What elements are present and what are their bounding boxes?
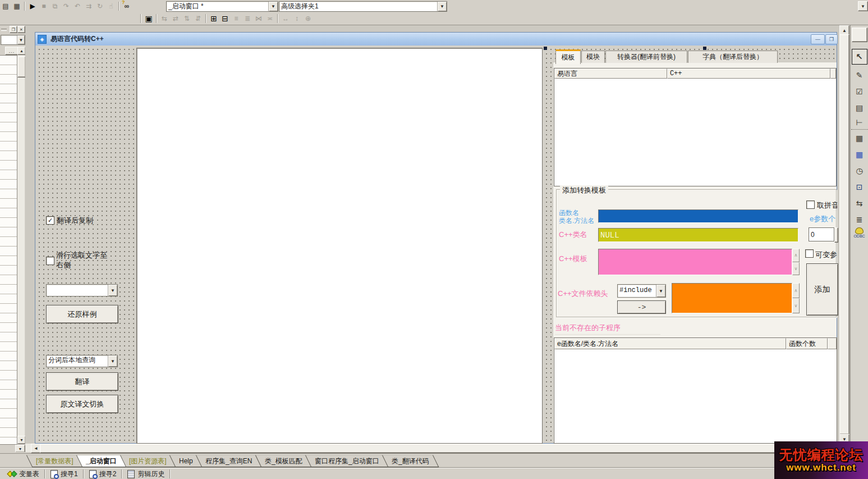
dock-search-2[interactable]: 搜寻2 bbox=[84, 469, 122, 479]
debug-restart-icon[interactable]: ⧉ bbox=[49, 1, 61, 11]
window-maximize-button[interactable]: ❐ bbox=[825, 34, 838, 44]
center-horizontal-icon[interactable]: ⊞ bbox=[208, 13, 219, 24]
dependency-scrollbar[interactable]: ∧ ∨ bbox=[792, 283, 800, 313]
center-vertical-icon[interactable]: ⊟ bbox=[219, 13, 231, 24]
chevron-down-icon[interactable]: ▼ bbox=[108, 285, 117, 296]
step-into-icon[interactable]: ↶ bbox=[72, 1, 83, 11]
result-col-name[interactable]: e函数名/类名.方法名 bbox=[554, 338, 786, 349]
window-minimize-button[interactable]: — bbox=[811, 34, 825, 44]
same-height-icon[interactable]: ≣ bbox=[242, 13, 253, 24]
run-to-cursor-icon[interactable]: ↻ bbox=[94, 1, 105, 11]
tab-template-match[interactable]: 类_模板匹配 bbox=[255, 455, 311, 467]
scroll-down-icon[interactable]: ∨ bbox=[792, 262, 800, 276]
tab-window-program[interactable]: 窗口程序集_启动窗口 bbox=[305, 455, 388, 467]
panel-restore-button[interactable]: ❐ bbox=[10, 26, 17, 33]
tab-image-resource[interactable]: [图片资源表] bbox=[120, 455, 176, 467]
toggle-source-button[interactable]: 原文译文切换 bbox=[46, 395, 118, 413]
stretch-both-icon[interactable]: ⊕ bbox=[302, 13, 314, 24]
hscroll-thumb[interactable] bbox=[40, 444, 832, 453]
stop-button[interactable]: ■ bbox=[38, 1, 49, 11]
control-selector-combo[interactable]: 高级选择夹1 ▼ bbox=[279, 1, 447, 12]
tab-translate-code[interactable]: 类_翻译代码 bbox=[382, 455, 438, 467]
restore-sample-button[interactable]: 还原样例 bbox=[46, 305, 118, 323]
align-right-icon[interactable]: ⇄ bbox=[170, 13, 181, 24]
varparam-checkbox[interactable] bbox=[805, 249, 814, 258]
result-col-count[interactable]: 函数个数 bbox=[786, 338, 828, 349]
param-count-input[interactable]: 0 bbox=[809, 227, 834, 241]
workspace-icon[interactable]: ▦ bbox=[11, 1, 22, 11]
selection-handle[interactable] bbox=[703, 47, 706, 50]
docs-tool-icon[interactable]: ≣ bbox=[851, 211, 868, 227]
checkbox-tool-icon[interactable]: ☑ bbox=[851, 83, 868, 99]
property-scroll-down[interactable]: ▼ bbox=[17, 436, 26, 444]
scroll-up-icon[interactable]: ∧ bbox=[792, 249, 800, 262]
tab-template[interactable]: 模板 bbox=[555, 49, 581, 64]
align-top-icon[interactable]: ⇅ bbox=[181, 13, 192, 24]
property-grid[interactable] bbox=[0, 55, 17, 445]
template-pair-list[interactable]: 易语言 C++ bbox=[554, 68, 837, 186]
find-icon[interactable]: ∞ ? bbox=[121, 1, 132, 11]
properties-caption[interactable]: ❐ ✕ bbox=[0, 25, 25, 33]
chevron-down-icon[interactable]: ▼ bbox=[437, 2, 447, 11]
tab-dictionary[interactable]: 字典（翻译后替换） bbox=[688, 51, 778, 63]
pause-hand-icon[interactable]: ☝ bbox=[105, 1, 117, 11]
same-width-icon[interactable]: ≡ bbox=[231, 13, 242, 24]
property-more-button[interactable]: ... bbox=[5, 47, 19, 55]
toolbar-overflow-button[interactable]: ▼ bbox=[858, 1, 868, 11]
cpp-template-scrollbar[interactable]: ∧ ∨ bbox=[792, 249, 800, 275]
column-header-elang[interactable]: 易语言 bbox=[554, 69, 667, 79]
cpp-template-area[interactable] bbox=[598, 249, 792, 275]
source-editbox[interactable] bbox=[136, 48, 543, 444]
panel-close-button[interactable]: ✕ bbox=[17, 26, 25, 33]
dock-clip-history[interactable]: 剪辑历史 bbox=[122, 469, 169, 479]
slide-select-checkbox[interactable] bbox=[46, 257, 54, 265]
query-mode-combo[interactable]: 分词后本地查询 ▼ bbox=[46, 355, 118, 367]
align-bottom-icon[interactable]: ⇵ bbox=[192, 13, 204, 24]
dock-search-1[interactable]: 搜寻1 bbox=[45, 469, 83, 479]
pointer-tool-icon[interactable]: ↖ bbox=[852, 49, 867, 65]
property-object-combo[interactable]: ▼ bbox=[1, 35, 25, 45]
chevron-down-icon[interactable]: ▼ bbox=[108, 355, 117, 367]
result-table[interactable]: e函数名/类名.方法名 函数个数 bbox=[554, 337, 837, 444]
listview-tool-icon[interactable]: ▦ bbox=[851, 130, 868, 146]
property-scroll-up[interactable]: ▲ bbox=[17, 47, 26, 55]
dock-variable-table[interactable]: 变量表 bbox=[2, 469, 44, 479]
stretch-width-icon[interactable]: ↔ bbox=[280, 13, 291, 24]
pinyin-checkbox[interactable] bbox=[806, 200, 815, 209]
tab-query-en[interactable]: 程序集_查询EN bbox=[196, 455, 262, 467]
space-vertical-icon[interactable]: ≍ bbox=[264, 13, 275, 24]
space-horizontal-icon[interactable]: ⋈ bbox=[253, 13, 264, 24]
tab-constant-table[interactable]: [常量数据表] bbox=[26, 455, 83, 467]
selection-handle[interactable] bbox=[544, 47, 547, 50]
result-col-extra[interactable] bbox=[828, 338, 837, 349]
listbox-tool-icon[interactable]: ▤ bbox=[851, 99, 868, 116]
chevron-down-icon[interactable]: ▼ bbox=[656, 285, 665, 297]
func-name-field[interactable] bbox=[598, 209, 798, 223]
scroll-up-icon[interactable]: ∧ bbox=[792, 283, 800, 298]
move-right-button[interactable]: -> bbox=[617, 300, 666, 314]
property-scrollbar-track[interactable] bbox=[17, 55, 25, 444]
ruler-tool-icon[interactable]: ⊢ bbox=[851, 116, 868, 130]
jump-tool-icon[interactable]: ⇆ bbox=[851, 195, 868, 211]
odbc-tool-icon[interactable]: ODBC bbox=[853, 227, 865, 238]
designer-vscrollbar[interactable]: ▲ ▼ bbox=[839, 25, 848, 444]
add-template-button[interactable]: 添加 bbox=[806, 263, 838, 316]
dependency-area[interactable] bbox=[672, 283, 792, 313]
cpp-class-field[interactable]: NULL bbox=[598, 228, 798, 242]
designed-window-titlebar[interactable]: ◈ 易语言代码转C++ bbox=[35, 33, 837, 46]
new-window-icon[interactable]: ▤ bbox=[0, 1, 11, 11]
vscroll-thumb[interactable] bbox=[839, 34, 849, 435]
align-left-icon[interactable]: ⇆ bbox=[159, 13, 170, 24]
screen-tool-icon[interactable]: ⊡ bbox=[851, 179, 868, 195]
property-scrollbar-thumb[interactable] bbox=[17, 56, 26, 77]
run-button[interactable]: ▶ bbox=[27, 1, 38, 11]
stretch-height-icon[interactable]: ↕ bbox=[291, 13, 302, 24]
palette-blank-button[interactable] bbox=[852, 28, 867, 42]
tab-module[interactable]: 模块 bbox=[581, 51, 605, 63]
translate-button[interactable]: 翻译 bbox=[46, 372, 118, 391]
form-selector-combo[interactable]: _启动窗口 * ▼ bbox=[166, 1, 278, 12]
tab-startup-window[interactable]: _启动窗口 bbox=[76, 455, 126, 467]
calendar-tool-icon[interactable]: ▦ bbox=[851, 146, 868, 162]
step-over-icon[interactable]: ↷ bbox=[61, 1, 72, 11]
chevron-down-icon[interactable]: ▼ bbox=[17, 35, 25, 44]
